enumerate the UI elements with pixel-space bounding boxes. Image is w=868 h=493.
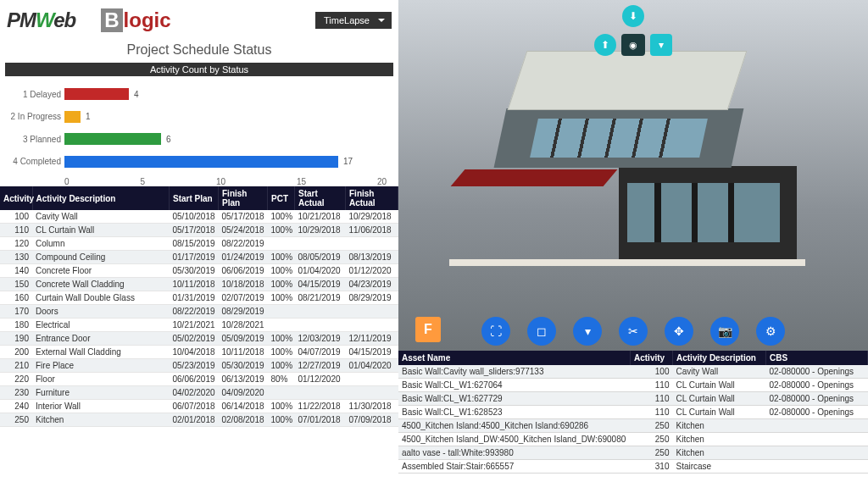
table-cell: 110 <box>631 406 673 419</box>
chart-y-label: 4 Completed <box>5 157 61 166</box>
table-cell: 10/21/2021 <box>170 319 219 332</box>
table-cell: 01/17/2019 <box>170 251 219 264</box>
chart-x-tick: 20 <box>377 177 387 186</box>
table-cell: 02-080000 - Openings <box>766 406 868 419</box>
asset-table[interactable]: Asset NameActivityActivity DescriptionCB… <box>398 351 868 474</box>
table-cell: Interior Wall <box>32 400 170 413</box>
table-row[interactable]: 140Concrete Floor05/30/201906/06/2019100… <box>0 264 398 278</box>
table-cell: 01/12/2020 <box>346 264 398 278</box>
table-header[interactable]: Start Actual <box>295 186 346 210</box>
table-header[interactable]: PCT <box>268 186 295 210</box>
table-row[interactable]: 190Entrance Door05/02/201905/09/2019100%… <box>0 332 398 346</box>
filter-button[interactable]: ▾ <box>650 34 672 56</box>
schedule-table[interactable]: ActivityActivity DescriptionStart PlanFi… <box>0 186 398 427</box>
building-model <box>449 34 805 288</box>
table-row[interactable]: 100Cavity Wall05/10/201805/17/2018100%10… <box>0 210 398 224</box>
table-row[interactable]: 4500_Kitchen Island:4500_Kitchen Island:… <box>398 419 868 433</box>
table-cell: 310 <box>631 460 673 474</box>
cut-button[interactable]: ✂ <box>619 317 648 346</box>
table-cell <box>268 319 295 332</box>
orbit-button[interactable]: ✥ <box>665 317 693 346</box>
logo-pmweb: PMWeb <box>7 8 75 32</box>
status-bar-chart[interactable]: 1 Delayed2 In Progress3 Planned4 Complet… <box>5 76 393 186</box>
table-header[interactable]: Activity Description <box>673 351 766 365</box>
table-cell: Fire Place <box>32 359 170 373</box>
scroll-down-button[interactable]: ⬇ <box>622 5 644 27</box>
table-cell: Doors <box>32 305 170 319</box>
table-row[interactable]: 250Kitchen02/01/201802/08/2018100%07/01/… <box>0 413 398 427</box>
table-row[interactable]: 170Doors08/22/201908/29/2019 <box>0 305 398 319</box>
table-row[interactable]: 200External Wall Cladding10/04/201810/11… <box>0 346 398 359</box>
table-cell <box>766 433 868 446</box>
chart-bar[interactable] <box>64 88 129 100</box>
table-cell: 06/14/2018 <box>219 400 268 413</box>
table-header[interactable]: Activity Description <box>32 186 170 210</box>
table-row[interactable]: Basic Wall:CL_W1:628523110CL Curtain Wal… <box>398 406 868 419</box>
table-row[interactable]: 180Electrical10/21/202110/28/2021 <box>0 319 398 332</box>
table-row[interactable]: 160Curtain Wall Double Glass01/31/201902… <box>0 291 398 305</box>
table-cell: 110 <box>631 392 673 406</box>
table-row[interactable]: 240Interior Wall06/07/201806/14/2018100%… <box>0 400 398 413</box>
table-cell: 150 <box>0 278 32 291</box>
settings-button[interactable]: ⚙ <box>756 317 785 346</box>
table-cell: 05/17/2018 <box>170 224 219 237</box>
chart-bar-value: 17 <box>343 157 353 166</box>
table-cell: 250 <box>631 446 673 460</box>
table-row[interactable]: Assembled Stair:Stair:665557310Staircase <box>398 460 868 474</box>
table-row[interactable]: 130Compound Ceiling01/17/201901/24/20191… <box>0 251 398 264</box>
viewer-tools-bottom: ⛶ ◻ ▾ ✂ ✥ 📷 ⚙ <box>481 317 785 346</box>
table-cell: 160 <box>0 291 32 305</box>
select-box-button[interactable]: ◻ <box>527 317 556 346</box>
page-title: Project Schedule Status <box>0 41 398 63</box>
model-viewer[interactable]: ⬇ ⬆ ◉ ▾ F ⛶ ◻ ▾ ✂ ✥ 📷 ⚙ <box>398 0 868 351</box>
scroll-up-button[interactable]: ⬆ <box>594 34 616 56</box>
table-row[interactable]: 220Floor06/06/201906/13/201980%01/12/202… <box>0 373 398 386</box>
table-cell: 100% <box>268 278 295 291</box>
table-cell: 04/02/2020 <box>170 386 219 400</box>
table-header[interactable]: Finish Actual <box>346 186 398 210</box>
table-row[interactable]: 120Column08/15/201908/22/2019 <box>0 237 398 251</box>
table-header[interactable]: Finish Plan <box>219 186 268 210</box>
table-row[interactable]: 150Concrete Wall Cladding10/11/201810/18… <box>0 278 398 291</box>
table-cell: 80% <box>268 373 295 386</box>
table-header[interactable]: Activity <box>631 351 673 365</box>
asset-table-wrap: Asset NameActivityActivity DescriptionCB… <box>398 351 868 493</box>
table-header[interactable]: Start Plan <box>170 186 219 210</box>
table-row[interactable]: Basic Wall:CL_W1:627729110CL Curtain Wal… <box>398 392 868 406</box>
chart-bar[interactable] <box>64 111 81 123</box>
chart-y-label: 3 Planned <box>5 135 61 144</box>
table-row[interactable]: 210Fire Place05/23/201905/30/2019100%12/… <box>0 359 398 373</box>
target-button[interactable]: ◉ <box>621 34 645 56</box>
table-cell: 02/08/2018 <box>219 413 268 427</box>
chart-bar-value: 4 <box>134 90 139 99</box>
table-row[interactable]: 110CL Curtain Wall05/17/201805/24/201810… <box>0 224 398 237</box>
table-row[interactable]: Basic Wall:CL_W1:627064110CL Curtain Wal… <box>398 379 868 392</box>
table-cell: 10/11/2018 <box>170 278 219 291</box>
camera-button[interactable]: 📷 <box>710 317 739 346</box>
table-cell: Kitchen <box>673 446 766 460</box>
expand-button[interactable]: ⛶ <box>481 317 510 346</box>
chart-title: Activity Count by Status <box>5 63 393 76</box>
table-cell: 220 <box>0 373 32 386</box>
table-cell: 12/27/2019 <box>295 359 346 373</box>
table-cell: 08/15/2019 <box>170 237 219 251</box>
table-cell: 110 <box>0 224 32 237</box>
table-cell: 100% <box>268 210 295 224</box>
table-row[interactable]: aalto vase - tall:White:993980250Kitchen <box>398 446 868 460</box>
table-header[interactable]: Asset Name <box>398 351 631 365</box>
table-cell: 04/15/2019 <box>346 346 398 359</box>
table-cell <box>295 237 346 251</box>
table-row[interactable]: Basic Wall:Cavity wall_sliders:977133100… <box>398 365 868 379</box>
table-cell: CL Curtain Wall <box>673 379 766 392</box>
table-row[interactable]: 230Furniture04/02/202004/09/2020 <box>0 386 398 400</box>
table-cell: 100% <box>268 224 295 237</box>
table-cell: External Wall Cladding <box>32 346 170 359</box>
filter-clear-button[interactable]: ▾ <box>573 317 602 346</box>
table-cell: 240 <box>0 400 32 413</box>
table-header[interactable]: Activity <box>0 186 32 210</box>
chart-bar[interactable] <box>64 156 338 168</box>
table-header[interactable]: CBS <box>766 351 868 365</box>
table-row[interactable]: 4500_Kitchen Island_DW:4500_Kitchen Isla… <box>398 433 868 446</box>
chart-bar[interactable] <box>64 133 161 145</box>
timelapse-dropdown[interactable]: TimeLapse <box>315 12 392 29</box>
